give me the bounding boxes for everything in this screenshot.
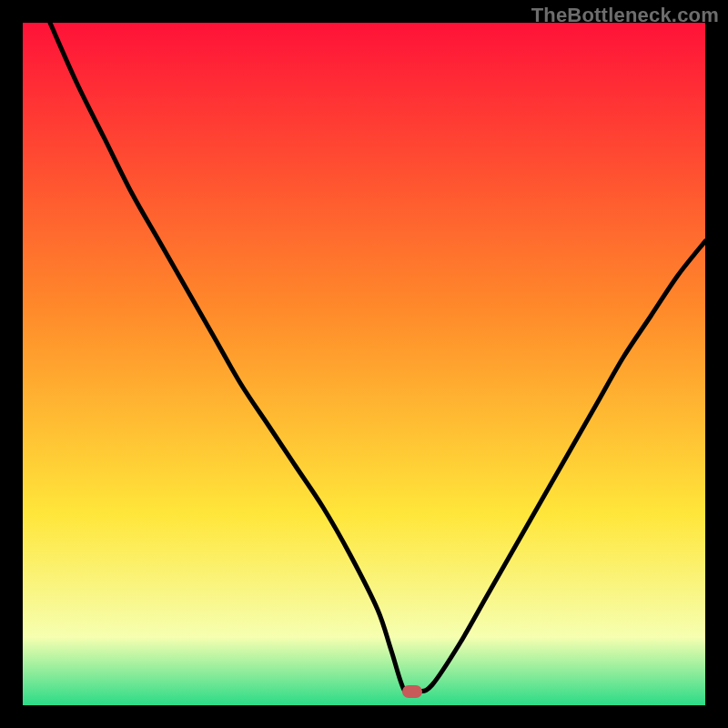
curve-layer — [23, 23, 705, 705]
optimum-marker — [402, 685, 422, 698]
chart-frame: TheBottleneck.com — [0, 0, 728, 728]
plot-area — [23, 23, 705, 705]
bottleneck-curve — [50, 23, 705, 695]
watermark-text: TheBottleneck.com — [531, 4, 719, 27]
